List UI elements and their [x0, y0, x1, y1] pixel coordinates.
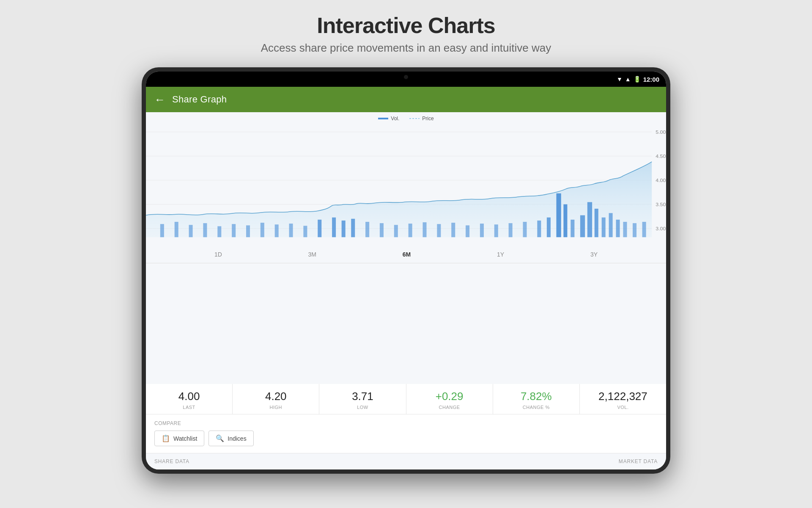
time-range-selector: 1D 3M 6M 1Y 3Y: [146, 246, 666, 263]
data-labels-row: SHARE DATA MARKET DATA: [146, 453, 666, 469]
stat-high: 4.20 HIGH: [233, 384, 319, 414]
wifi-icon: ▼: [617, 76, 623, 83]
chart-svg: 5.00 4.50 4.00 3.50 3.00: [146, 123, 666, 246]
svg-rect-26: [437, 224, 441, 237]
svg-text:3.00: 3.00: [656, 226, 666, 231]
app-bar: ← Share Graph: [146, 87, 666, 112]
svg-rect-35: [556, 193, 561, 237]
time-btn-1y[interactable]: 1Y: [494, 249, 508, 260]
chart-container: Vol. Price: [146, 112, 666, 384]
svg-rect-36: [563, 204, 567, 237]
svg-rect-11: [232, 224, 236, 237]
time-btn-3m[interactable]: 3M: [305, 249, 320, 260]
svg-rect-30: [494, 224, 498, 237]
tablet-screen: ▼ ▲ 🔋 12:00 ← Share Graph Vol.: [146, 72, 666, 469]
page-title: Interactive Charts: [261, 13, 551, 38]
compare-section: COMPARE 📋 Watchlist 🔍 Indices: [146, 414, 666, 453]
svg-rect-9: [203, 223, 207, 237]
chart-svg-wrapper: 5.00 4.50 4.00 3.50 3.00: [146, 123, 666, 246]
svg-rect-6: [160, 224, 164, 237]
signal-icon: ▲: [625, 76, 631, 83]
svg-rect-32: [523, 222, 527, 237]
svg-text:3.50: 3.50: [656, 202, 666, 207]
indices-button[interactable]: 🔍 Indices: [208, 431, 253, 446]
compare-buttons: 📋 Watchlist 🔍 Indices: [154, 431, 658, 446]
svg-rect-31: [509, 223, 513, 237]
svg-rect-46: [642, 222, 646, 237]
svg-rect-37: [571, 220, 574, 237]
stat-vol-label: VOL.: [583, 405, 663, 410]
svg-rect-12: [246, 225, 250, 237]
svg-rect-41: [602, 218, 606, 237]
stat-low-value: 3.71: [323, 390, 402, 403]
svg-rect-45: [633, 223, 636, 237]
svg-rect-21: [365, 222, 369, 237]
legend-vol: Vol.: [378, 116, 399, 121]
chart-legend: Vol. Price: [146, 116, 666, 121]
svg-rect-20: [351, 219, 355, 237]
stats-row: 4.00 LAST 4.20 HIGH 3.71 LOW +0.29 CHANG…: [146, 384, 666, 414]
time-btn-6m[interactable]: 6M: [399, 249, 414, 260]
vol-line-icon: [378, 118, 388, 119]
svg-rect-29: [480, 224, 484, 237]
stat-change-label: CHANGE: [410, 405, 489, 410]
svg-rect-7: [175, 222, 178, 237]
time-btn-3y[interactable]: 3Y: [587, 249, 601, 260]
svg-text:5.00: 5.00: [656, 129, 666, 135]
svg-rect-15: [289, 224, 293, 237]
svg-rect-18: [332, 218, 336, 237]
legend-vol-label: Vol.: [391, 116, 399, 121]
stat-change-value: +0.29: [410, 390, 489, 403]
stat-vol-value: 2,122,327: [583, 390, 663, 403]
time-btn-1d[interactable]: 1D: [211, 249, 225, 260]
svg-rect-8: [189, 225, 193, 237]
app-bar-title: Share Graph: [172, 94, 227, 105]
stat-last-value: 4.00: [149, 390, 229, 403]
legend-price-label: Price: [422, 116, 433, 121]
svg-rect-17: [318, 220, 321, 237]
status-bar: ▼ ▲ 🔋 12:00: [146, 72, 666, 87]
svg-rect-10: [217, 226, 221, 237]
page-subtitle: Access share price movements in an easy …: [261, 41, 551, 55]
svg-rect-14: [275, 224, 279, 237]
svg-rect-38: [580, 215, 585, 237]
svg-rect-16: [303, 226, 307, 237]
indices-label: Indices: [228, 435, 246, 442]
svg-rect-24: [409, 224, 412, 237]
svg-rect-25: [422, 222, 426, 237]
watchlist-icon: 📋: [162, 434, 170, 442]
stat-low: 3.71 LOW: [319, 384, 406, 414]
stat-change-pct: 7.82% CHANGE %: [493, 384, 580, 414]
watchlist-button[interactable]: 📋 Watchlist: [154, 431, 204, 446]
svg-rect-44: [623, 222, 627, 237]
svg-text:4.50: 4.50: [656, 153, 666, 159]
status-icons: ▼ ▲ 🔋 12:00: [617, 76, 659, 83]
watchlist-label: Watchlist: [173, 435, 197, 442]
stat-change-pct-value: 7.82%: [497, 390, 576, 403]
svg-rect-34: [547, 218, 551, 237]
stat-change-pct-label: CHANGE %: [497, 405, 576, 410]
svg-rect-28: [466, 225, 469, 237]
svg-text:4.00: 4.00: [656, 177, 666, 183]
svg-rect-22: [380, 223, 384, 237]
stat-high-value: 4.20: [236, 390, 315, 403]
legend-price: Price: [409, 116, 433, 121]
svg-rect-42: [609, 213, 613, 237]
market-data-label: MARKET DATA: [406, 453, 666, 469]
stat-change: +0.29 CHANGE: [406, 384, 493, 414]
svg-rect-19: [342, 221, 346, 237]
stat-low-label: LOW: [323, 405, 402, 410]
share-data-label: SHARE DATA: [146, 453, 406, 469]
svg-rect-13: [261, 223, 264, 237]
svg-rect-43: [616, 220, 620, 237]
price-line-icon: [409, 117, 420, 120]
back-button[interactable]: ←: [154, 93, 165, 106]
battery-icon: 🔋: [634, 76, 641, 83]
stat-vol: 2,122,327 VOL.: [580, 384, 666, 414]
stat-last: 4.00 LAST: [146, 384, 233, 414]
compare-label: COMPARE: [154, 420, 658, 426]
stat-high-label: HIGH: [236, 405, 315, 410]
tablet-device: ▼ ▲ 🔋 12:00 ← Share Graph Vol.: [142, 67, 670, 474]
indices-icon: 🔍: [216, 434, 224, 442]
stat-last-label: LAST: [149, 405, 229, 410]
